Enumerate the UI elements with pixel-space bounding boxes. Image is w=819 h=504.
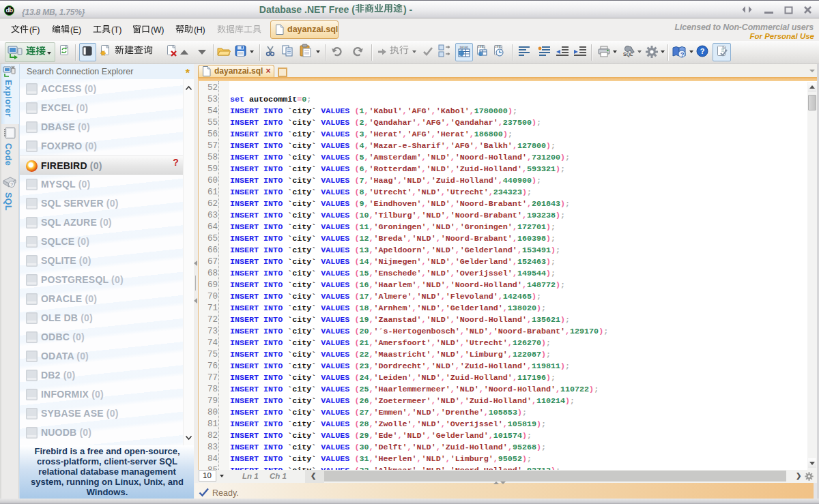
svg-text:101: 101	[478, 45, 483, 48]
svg-text:?: ?	[700, 47, 705, 55]
svg-text:101: 101	[495, 45, 500, 48]
svg-text:?: ?	[10, 182, 13, 187]
svg-text:10101: 10101	[459, 46, 469, 49]
svg-text:?: ?	[680, 51, 685, 58]
svg-text:SQL: SQL	[623, 52, 633, 57]
